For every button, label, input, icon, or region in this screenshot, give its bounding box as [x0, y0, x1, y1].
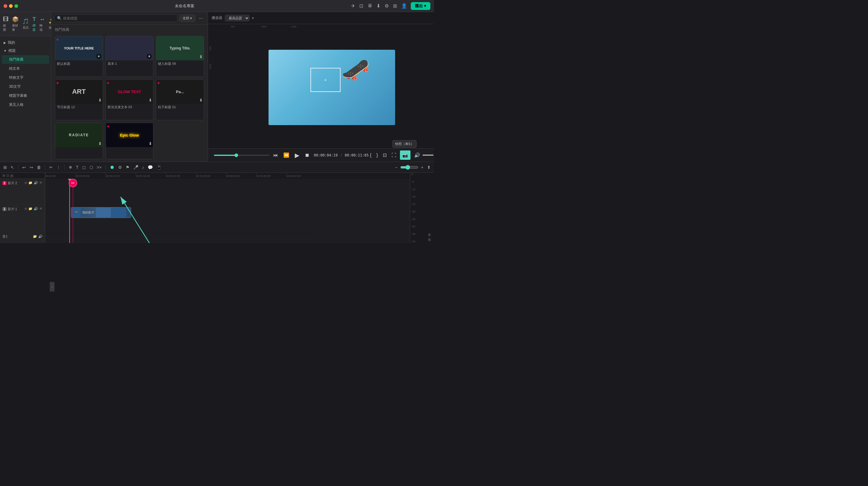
- device-button[interactable]: 📱: [156, 164, 162, 171]
- sidebar-item-subtitles[interactable]: 標題字幕條: [2, 91, 49, 100]
- track-fold-icon[interactable]: ▤: [10, 174, 13, 178]
- snapshot-button[interactable]: 📷: [400, 150, 410, 160]
- mark-out-button[interactable]: }: [375, 151, 379, 159]
- close-button[interactable]: [4, 4, 7, 8]
- layout-icon[interactable]: ⊞: [393, 3, 397, 9]
- volume-slider[interactable]: [423, 155, 434, 156]
- delete-button[interactable]: 🗑: [36, 164, 42, 171]
- zoom-in-icon[interactable]: +: [420, 164, 424, 171]
- track-lane-2[interactable]: [45, 179, 316, 206]
- video-clip[interactable]: 🎬 我的影片: [71, 207, 131, 218]
- rewind-button[interactable]: ⏮: [272, 151, 279, 159]
- mark-in-button[interactable]: {: [369, 151, 373, 159]
- track2-volume-icon[interactable]: 🔊: [34, 181, 38, 185]
- filter-button[interactable]: 全部 ▾: [179, 14, 195, 22]
- sidebar-item-persona[interactable]: 第五人格: [2, 100, 49, 109]
- minimize-button[interactable]: [9, 4, 13, 8]
- subtitle-button[interactable]: 💬: [147, 164, 154, 171]
- add-track-button[interactable]: ⊞: [2, 164, 8, 171]
- track2-eye-icon[interactable]: 👁: [39, 181, 42, 185]
- volume-icon[interactable]: 🔊: [413, 151, 421, 159]
- sidebar-item-effects[interactable]: 特效文字: [2, 73, 49, 82]
- sidebar-item-3d[interactable]: 3D文字: [2, 82, 49, 91]
- add-track-icon[interactable]: ⊞: [2, 174, 5, 178]
- mic-button[interactable]: 🎤: [132, 164, 139, 171]
- card-download-icon[interactable]: ⬇: [149, 142, 152, 146]
- audio1-folder-icon[interactable]: 📁: [33, 235, 37, 239]
- title-card-particle01[interactable]: ♥ Pa... ⬇ 粒子标题 01: [156, 79, 204, 120]
- export-button[interactable]: 匯出 ▾: [411, 2, 430, 10]
- mask-button[interactable]: ⬡: [89, 164, 94, 171]
- freeze-button[interactable]: ❄: [68, 164, 73, 171]
- stop-button[interactable]: ⏹: [304, 151, 311, 159]
- settings-icon[interactable]: ⚙: [384, 3, 389, 9]
- title-card-basic1[interactable]: + 基本 1: [105, 36, 154, 77]
- audio1-volume-icon[interactable]: 🔊: [38, 235, 42, 239]
- card-download-icon[interactable]: ⬇: [98, 98, 101, 102]
- card-download-icon[interactable]: ⬇: [199, 55, 203, 59]
- undo-button[interactable]: ↩: [22, 164, 27, 171]
- tool-item-library[interactable]: 📦素材庫: [10, 15, 21, 33]
- record-button[interactable]: ⏺: [109, 164, 116, 171]
- tool-item-titles[interactable]: T標題: [31, 15, 38, 33]
- split-button[interactable]: ⋮: [56, 164, 61, 171]
- tool-item-media[interactable]: 🎞媒體: [1, 15, 10, 33]
- more-options-button[interactable]: ···: [197, 15, 205, 22]
- title-card-epicglow[interactable]: ♥ Epic Glow ⬇: [105, 123, 154, 159]
- title-card-glow03[interactable]: ♥ GLOW TEXT ⬇ 辉光光束文本 03: [105, 79, 154, 120]
- progress-bar[interactable]: [214, 155, 270, 156]
- track1-volume-icon[interactable]: 🔊: [34, 207, 38, 211]
- select-tool-button[interactable]: ↖: [10, 164, 15, 171]
- title-card-radiate[interactable]: RADIATE ⬇: [55, 123, 103, 159]
- search-input[interactable]: [63, 16, 175, 21]
- redo-button[interactable]: ↪: [29, 164, 34, 171]
- cut-button[interactable]: ✂: [48, 164, 54, 171]
- timeline-content[interactable]: 00:00:00 00:00:05:00 00:00:10:00 00:00:1…: [45, 173, 410, 243]
- track-lane-1[interactable]: 🎬 我的影片: [45, 206, 316, 233]
- effects-tl-button[interactable]: ⚙: [117, 164, 123, 171]
- tool-item-audio[interactable]: 🎵音訊: [21, 17, 31, 31]
- track-options-icon[interactable]: ⊡: [6, 174, 9, 178]
- search-box[interactable]: 🔍: [54, 14, 178, 22]
- play-button[interactable]: ▶: [293, 150, 301, 160]
- fullscreen-video-button[interactable]: ⛶: [390, 151, 398, 159]
- zoom-out-icon[interactable]: −: [394, 164, 398, 171]
- track2-folder-icon[interactable]: 📁: [28, 181, 33, 185]
- user-avatar[interactable]: 👤: [401, 3, 407, 9]
- text-button[interactable]: T: [75, 164, 80, 171]
- card-add-button[interactable]: +: [96, 54, 101, 59]
- track1-add-icon[interactable]: ⊕: [24, 207, 27, 211]
- track2-add-icon[interactable]: ⊕: [24, 181, 27, 185]
- crop-button[interactable]: ⊡: [381, 151, 388, 159]
- track1-eye-icon[interactable]: 👁: [39, 207, 42, 211]
- card-download-icon[interactable]: ⬇: [149, 98, 152, 102]
- share-icon[interactable]: ✈: [351, 3, 355, 9]
- crop-tl-button[interactable]: ◻: [82, 164, 87, 171]
- card-add-button[interactable]: +: [147, 54, 152, 59]
- save-icon[interactable]: ⬇: [376, 3, 380, 9]
- sidebar-group-titles[interactable]: ▼ 標題: [0, 47, 51, 55]
- prev-frame-button[interactable]: ⏪: [282, 151, 290, 159]
- track-lane-audio[interactable]: [45, 233, 316, 243]
- progress-track[interactable]: [212, 155, 272, 156]
- more-tl-button[interactable]: >>: [96, 164, 102, 171]
- fullscreen-button[interactable]: [14, 4, 18, 8]
- title-card-typing09[interactable]: Typing Title. ⬇ 键入标题 09: [156, 36, 204, 77]
- sidebar-group-my[interactable]: ▶ 我的: [0, 39, 51, 47]
- quality-select[interactable]: 最高品質 高品質 標準: [225, 15, 250, 22]
- message-icon[interactable]: ⊡: [359, 3, 363, 9]
- zoom-slider[interactable]: [400, 165, 418, 170]
- sidebar-item-plain[interactable]: 純文本: [2, 64, 49, 73]
- selection-box[interactable]: +: [310, 68, 341, 92]
- expand-timeline-button[interactable]: ⬆: [426, 164, 432, 171]
- card-download-icon[interactable]: ⬇: [98, 142, 101, 146]
- track1-folder-icon[interactable]: 📁: [28, 207, 33, 211]
- title-card-holiday12[interactable]: ♥ ART ⬇ 节日标题 12: [55, 79, 103, 120]
- marker-button[interactable]: ⚑: [125, 164, 130, 171]
- sidebar-item-hot[interactable]: 熱門推薦: [2, 55, 49, 64]
- card-download-icon[interactable]: ⬇: [199, 98, 203, 102]
- tool-item-transitions[interactable]: ↔轉場: [38, 15, 47, 33]
- music-button[interactable]: ♪: [141, 164, 145, 171]
- title-card-default[interactable]: ♥ YOUR TITLE HERE + 默认标题: [55, 36, 103, 77]
- screen-icon[interactable]: 🖥: [367, 3, 372, 9]
